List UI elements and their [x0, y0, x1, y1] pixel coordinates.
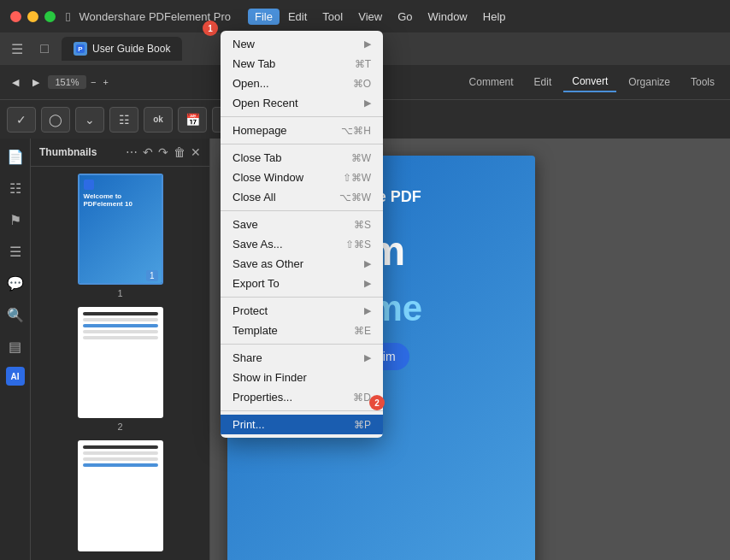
close-button[interactable]	[10, 11, 21, 22]
list-icon[interactable]: ☰	[6, 240, 25, 263]
thumbnail-item-3[interactable]	[38, 440, 203, 555]
tab-convert[interactable]: Convert	[563, 72, 616, 92]
menu-bar: File Edit Tool View Go Window Help	[248, 9, 513, 25]
bookmark-icon[interactable]: ⚑	[6, 209, 25, 232]
maximize-button[interactable]	[44, 11, 56, 22]
tab-tools[interactable]: Tools	[682, 73, 723, 91]
menu-close-tab-shortcut: ⌘W	[351, 152, 371, 164]
menu-save-as-label: Save As...	[233, 238, 283, 251]
menu-save-as-other[interactable]: Save as Other ▶	[221, 254, 383, 274]
menu-open-shortcut: ⌘O	[353, 78, 371, 90]
tab-app-icon: P	[74, 42, 87, 56]
menu-edit[interactable]: Edit	[281, 9, 314, 25]
menu-properties[interactable]: Properties... ⌘D	[221, 387, 383, 407]
icon-dropdown[interactable]: ⌄	[75, 107, 104, 133]
titlebar:  Wondershare PDFelement Pro File Edit T…	[0, 0, 730, 32]
dropdown-menu: New ▶ New Tab ⌘T Open... ⌘O Open Recent …	[221, 31, 383, 438]
thumbnail-img-1[interactable]: Welcome toPDFelement 10 1	[78, 174, 163, 285]
sidebar-toggle-btn[interactable]: ☰	[7, 38, 27, 59]
menu-close-all[interactable]: Close All ⌥⌘W	[221, 187, 383, 207]
minimize-button[interactable]	[27, 11, 38, 22]
menu-view[interactable]: View	[351, 9, 389, 25]
icon-calendar[interactable]: 📅	[178, 107, 207, 133]
more-options-icon[interactable]: ⋯	[126, 145, 138, 159]
undo-icon[interactable]: ↶	[143, 145, 153, 159]
menu-new-tab-shortcut: ⌘T	[355, 58, 371, 70]
page-icon[interactable]: 📄	[3, 145, 27, 168]
zoom-minus-btn[interactable]: −	[88, 77, 98, 87]
icon-check[interactable]: ✓	[7, 107, 36, 133]
menu-export-to-label: Export To	[233, 277, 280, 290]
menu-close-window-shortcut: ⇧⌘W	[343, 172, 371, 184]
menu-open-recent-arrow: ▶	[364, 97, 371, 109]
tab-title: User Guide Book	[92, 43, 170, 55]
menu-print[interactable]: Print... ⌘P	[221, 415, 383, 434]
menu-save-as-other-arrow: ▶	[364, 258, 371, 269]
thumb-line	[83, 324, 158, 327]
menu-template[interactable]: Template ⌘E	[221, 321, 383, 340]
menu-show-in-finder[interactable]: Show in Finder	[221, 368, 383, 387]
grid-icon[interactable]: ☷	[6, 177, 25, 200]
menu-file[interactable]: File	[248, 9, 280, 25]
comment-icon[interactable]: 💬	[3, 272, 27, 295]
menu-close-all-shortcut: ⌥⌘W	[339, 192, 371, 203]
zoom-input[interactable]	[48, 75, 86, 89]
thumb-line	[83, 336, 158, 339]
thumb-content-preview-2	[79, 309, 162, 416]
delete-icon[interactable]: 🗑	[174, 145, 185, 159]
tab-organize[interactable]: Organize	[620, 73, 679, 91]
menu-go[interactable]: Go	[391, 9, 419, 25]
menu-protect-label: Protect	[233, 304, 268, 317]
icon-listbox[interactable]: ☷	[109, 107, 138, 133]
menu-section-4: Save ⌘S Save As... ⇧⌘S Save as Other ▶ E…	[221, 210, 383, 297]
menu-window[interactable]: Window	[421, 9, 474, 25]
menu-tool[interactable]: Tool	[315, 9, 350, 25]
toolbar-back-btn[interactable]: ◀	[7, 74, 24, 91]
menu-close-window-label: Close Window	[233, 171, 303, 184]
menu-new[interactable]: New ▶	[221, 34, 383, 54]
menu-homepage[interactable]: Homepage ⌥⌘H	[221, 121, 383, 140]
menu-new-label: New	[233, 38, 255, 50]
add-tab-btn[interactable]: □	[34, 38, 55, 59]
icon-field[interactable]: ok	[144, 107, 173, 133]
menu-new-arrow: ▶	[364, 38, 371, 50]
tab-edit[interactable]: Edit	[526, 73, 561, 91]
thumbnail-img-3[interactable]	[78, 440, 163, 551]
thumb-logo	[84, 180, 94, 190]
menu-export-to[interactable]: Export To ▶	[221, 274, 383, 293]
document-tab[interactable]: P User Guide Book	[62, 37, 182, 61]
icon-radio[interactable]: ◯	[41, 107, 70, 133]
tab-comment[interactable]: Comment	[461, 73, 522, 91]
menu-protect-arrow: ▶	[364, 305, 371, 316]
thumb-line	[83, 318, 158, 321]
thumb-page-badge: 1	[146, 270, 158, 281]
menu-open-recent[interactable]: Open Recent ▶	[221, 93, 383, 113]
menu-share-label: Share	[233, 351, 262, 364]
menu-close-tab[interactable]: Close Tab ⌘W	[221, 148, 383, 168]
thumb-line	[83, 312, 158, 315]
thumbnail-item-1[interactable]: Welcome toPDFelement 10 1 1	[38, 174, 203, 298]
menu-open[interactable]: Open... ⌘O	[221, 74, 383, 93]
thumbnails-sidebar: Thumbnails ⋯ ↶ ↷ 🗑 ✕ Welcome toPDFelemen…	[31, 139, 210, 560]
sidebar-close-btn[interactable]: ✕	[191, 145, 201, 159]
menu-share-arrow: ▶	[364, 352, 371, 363]
redo-icon[interactable]: ↷	[158, 145, 168, 159]
thumbnail-item-2[interactable]: 2	[38, 307, 203, 432]
menu-save[interactable]: Save ⌘S	[221, 215, 383, 234]
toolbar-forward-btn[interactable]: ▶	[27, 74, 44, 91]
menu-share[interactable]: Share ▶	[221, 348, 383, 368]
thumb-content-preview-1: Welcome toPDFelement 10	[79, 175, 162, 283]
menu-print-label: Print...	[233, 418, 265, 431]
sidebar-left-icons: 📄 ☷ ⚑ ☰ 💬 🔍 ▤ AI	[0, 139, 31, 560]
menu-close-window[interactable]: Close Window ⇧⌘W	[221, 168, 383, 187]
menu-homepage-label: Homepage	[233, 124, 287, 137]
zoom-plus-btn[interactable]: +	[100, 77, 110, 87]
layers-icon[interactable]: ▤	[5, 335, 25, 358]
menu-protect[interactable]: Protect ▶	[221, 301, 383, 321]
menu-save-as[interactable]: Save As... ⇧⌘S	[221, 234, 383, 254]
ai-icon[interactable]: AI	[6, 367, 25, 386]
menu-new-tab[interactable]: New Tab ⌘T	[221, 54, 383, 74]
menu-help[interactable]: Help	[476, 9, 513, 25]
thumbnail-img-2[interactable]	[78, 307, 163, 418]
search-icon[interactable]: 🔍	[3, 304, 27, 327]
